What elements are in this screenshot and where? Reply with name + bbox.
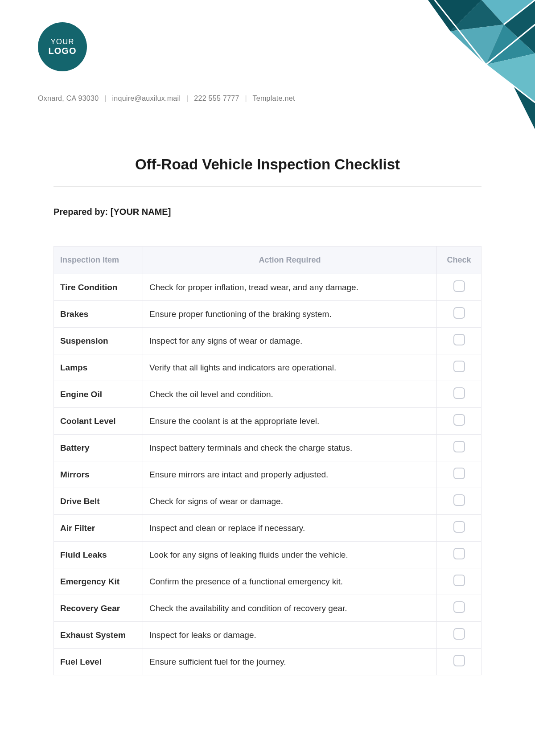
check-cell — [437, 542, 482, 568]
decorative-corner-icon — [334, 0, 535, 134]
contact-email: inquire@auxilux.mail — [112, 94, 181, 102]
contact-address: Oxnard, CA 93030 — [38, 94, 99, 102]
check-cell — [437, 274, 482, 301]
checkbox[interactable] — [453, 387, 465, 399]
checkbox[interactable] — [453, 655, 465, 666]
inspection-item-name: Coolant Level — [54, 408, 143, 435]
inspection-item-name: Battery — [54, 435, 143, 461]
inspection-action: Verify that all lights and indicators ar… — [143, 354, 437, 381]
check-cell — [437, 649, 482, 675]
check-cell — [437, 488, 482, 515]
checkbox[interactable] — [453, 361, 465, 372]
page-title: Off-Road Vehicle Inspection Checklist — [54, 156, 482, 173]
check-cell — [437, 301, 482, 328]
table-row: Air FilterInspect and clean or replace i… — [54, 515, 482, 542]
svg-marker-3 — [450, 25, 504, 65]
check-cell — [437, 568, 482, 595]
inspection-action: Inspect battery terminals and check the … — [143, 435, 437, 461]
checkbox[interactable] — [453, 307, 465, 319]
separator: | — [186, 94, 188, 102]
logo-line1: YOUR — [50, 37, 74, 46]
contact-site: Template.net — [252, 94, 295, 102]
check-cell — [437, 354, 482, 381]
checkbox[interactable] — [453, 441, 465, 452]
table-row: Fluid LeaksLook for any signs of leaking… — [54, 542, 482, 568]
check-cell — [437, 515, 482, 542]
svg-marker-2 — [450, 0, 504, 31]
inspection-action: Check the oil level and condition. — [143, 381, 437, 408]
checkbox[interactable] — [453, 601, 465, 613]
prepared-by: Prepared by: [YOUR NAME] — [54, 207, 482, 217]
checkbox[interactable] — [453, 494, 465, 506]
contact-phone: 222 555 7777 — [194, 94, 239, 102]
table-row: Recovery GearCheck the availability and … — [54, 595, 482, 622]
inspection-item-name: Tire Condition — [54, 274, 143, 301]
table-row: Emergency KitConfirm the presence of a f… — [54, 568, 482, 595]
svg-marker-0 — [428, 0, 482, 31]
inspection-item-name: Engine Oil — [54, 381, 143, 408]
checkbox[interactable] — [453, 521, 465, 533]
inspection-action: Inspect for any signs of wear or damage. — [143, 328, 437, 354]
checkbox[interactable] — [453, 414, 465, 426]
inspection-action: Inspect and clean or replace if necessar… — [143, 515, 437, 542]
inspection-item-name: Suspension — [54, 328, 143, 354]
check-cell — [437, 595, 482, 622]
checkbox[interactable] — [453, 468, 465, 479]
checkbox[interactable] — [453, 334, 465, 345]
inspection-action: Ensure sufficient fuel for the journey. — [143, 649, 437, 675]
separator: | — [104, 94, 106, 102]
table-row: Tire ConditionCheck for proper inflation… — [54, 274, 482, 301]
table-row: LampsVerify that all lights and indicato… — [54, 354, 482, 381]
svg-marker-1 — [482, 0, 535, 25]
table-row: SuspensionInspect for any signs of wear … — [54, 328, 482, 354]
table-row: MirrorsEnsure mirrors are intact and pro… — [54, 461, 482, 488]
inspection-item-name: Recovery Gear — [54, 595, 143, 622]
separator: | — [245, 94, 247, 102]
inspection-action: Check for proper inflation, tread wear, … — [143, 274, 437, 301]
svg-marker-7 — [513, 85, 535, 129]
svg-line-8 — [435, 0, 486, 65]
svg-line-11 — [504, 0, 535, 25]
inspection-action: Ensure mirrors are intact and properly a… — [143, 461, 437, 488]
svg-line-9 — [486, 25, 535, 65]
logo: YOUR LOGO — [38, 22, 87, 71]
table-header-row: Inspection Item Action Required Check — [54, 247, 482, 274]
inspection-item-name: Fuel Level — [54, 649, 143, 675]
title-divider — [54, 186, 482, 187]
inspection-action: Look for any signs of leaking fluids und… — [143, 542, 437, 568]
checkbox[interactable] — [453, 280, 465, 292]
check-cell — [437, 622, 482, 649]
inspection-item-name: Lamps — [54, 354, 143, 381]
table-row: Fuel LevelEnsure sufficient fuel for the… — [54, 649, 482, 675]
svg-marker-4 — [504, 0, 535, 53]
check-cell — [437, 435, 482, 461]
check-cell — [437, 408, 482, 435]
inspection-action: Check the availability and condition of … — [143, 595, 437, 622]
table-row: BrakesEnsure proper functioning of the b… — [54, 301, 482, 328]
inspection-item-name: Drive Belt — [54, 488, 143, 515]
check-cell — [437, 461, 482, 488]
header-action: Action Required — [143, 247, 437, 274]
table-row: Exhaust SystemInspect for leaks or damag… — [54, 622, 482, 649]
inspection-item-name: Emergency Kit — [54, 568, 143, 595]
contact-info: Oxnard, CA 93030 | inquire@auxilux.mail … — [38, 94, 295, 103]
inspection-item-name: Fluid Leaks — [54, 542, 143, 568]
checkbox[interactable] — [453, 575, 465, 586]
table-row: Engine OilCheck the oil level and condit… — [54, 381, 482, 408]
svg-line-10 — [486, 65, 535, 103]
inspection-table: Inspection Item Action Required Check Ti… — [54, 246, 482, 675]
check-cell — [437, 381, 482, 408]
table-row: BatteryInspect battery terminals and che… — [54, 435, 482, 461]
svg-marker-6 — [486, 53, 535, 103]
header-item: Inspection Item — [54, 247, 143, 274]
logo-line2: LOGO — [49, 46, 77, 56]
inspection-action: Inspect for leaks or damage. — [143, 622, 437, 649]
header-check: Check — [437, 247, 482, 274]
inspection-item-name: Mirrors — [54, 461, 143, 488]
inspection-action: Ensure proper functioning of the braking… — [143, 301, 437, 328]
inspection-item-name: Air Filter — [54, 515, 143, 542]
table-row: Drive BeltCheck for signs of wear or dam… — [54, 488, 482, 515]
checkbox[interactable] — [453, 628, 465, 640]
checkbox[interactable] — [453, 548, 465, 559]
inspection-item-name: Exhaust System — [54, 622, 143, 649]
